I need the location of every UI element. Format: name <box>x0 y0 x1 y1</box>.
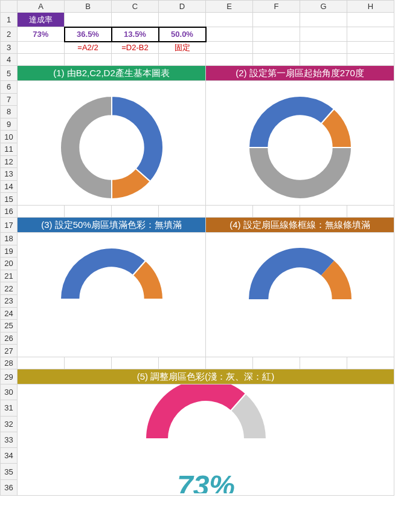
cell[interactable] <box>65 357 112 369</box>
cell-D2[interactable]: 50.0% <box>159 27 206 42</box>
cell[interactable] <box>300 13 347 27</box>
cell[interactable] <box>300 27 347 42</box>
cell[interactable] <box>347 13 394 27</box>
gauge-center-label: 73% <box>176 470 234 493</box>
row-header-8[interactable]: 8 <box>1 106 18 118</box>
cell[interactable] <box>112 357 159 369</box>
row-header-34[interactable]: 34 <box>1 448 18 464</box>
row-header-10[interactable]: 10 <box>1 131 18 143</box>
cell[interactable] <box>347 42 394 54</box>
cell[interactable] <box>300 42 347 54</box>
cell[interactable] <box>159 13 206 27</box>
row-header-21[interactable]: 21 <box>1 270 18 282</box>
row-header-31[interactable]: 31 <box>1 400 18 416</box>
step4-title: (4) 設定扇區線條框線：無線條填滿 <box>206 218 394 233</box>
col-header-B[interactable]: B <box>65 1 112 13</box>
row-header-3[interactable]: 3 <box>1 42 18 54</box>
step3-title: (3) 設定50%扇區填滿色彩：無填滿 <box>18 218 206 233</box>
col-header-E[interactable]: E <box>206 1 253 13</box>
col-header-C[interactable]: C <box>112 1 159 13</box>
row-header-23[interactable]: 23 <box>1 294 18 307</box>
cell[interactable] <box>347 206 394 218</box>
row-header-33[interactable]: 33 <box>1 432 18 447</box>
row-header-7[interactable]: 7 <box>1 93 18 106</box>
cell[interactable] <box>300 357 347 369</box>
cell[interactable] <box>347 357 394 369</box>
row-header-5[interactable]: 5 <box>1 66 18 81</box>
row-header-24[interactable]: 24 <box>1 307 18 320</box>
cell-C2[interactable]: 13.5% <box>112 27 159 42</box>
row-header-25[interactable]: 25 <box>1 320 18 332</box>
row-header-18[interactable]: 18 <box>1 233 18 245</box>
col-header-H[interactable]: H <box>347 1 394 13</box>
row-header-4[interactable]: 4 <box>1 54 18 66</box>
cell[interactable] <box>206 54 253 66</box>
row-header-20[interactable]: 20 <box>1 258 18 270</box>
cell[interactable] <box>206 13 253 27</box>
row-header-6[interactable]: 6 <box>1 81 18 94</box>
row-header-27[interactable]: 27 <box>1 345 18 357</box>
row-header-17[interactable]: 17 <box>1 218 18 233</box>
row-header-32[interactable]: 32 <box>1 416 18 432</box>
row-header-22[interactable]: 22 <box>1 282 18 295</box>
row-header-28[interactable]: 28 <box>1 357 18 369</box>
cell[interactable] <box>159 206 206 218</box>
row-header-29[interactable]: 29 <box>1 369 18 384</box>
row-header-35[interactable]: 35 <box>1 464 18 479</box>
cell[interactable] <box>253 357 300 369</box>
cell[interactable] <box>159 54 206 66</box>
cell[interactable] <box>253 42 300 54</box>
cell[interactable] <box>18 206 65 218</box>
cell[interactable] <box>65 13 112 27</box>
row-header-15[interactable]: 15 <box>1 193 18 206</box>
cell[interactable] <box>253 54 300 66</box>
row-header-11[interactable]: 11 <box>1 143 18 155</box>
cell[interactable] <box>253 206 300 218</box>
col-header-D[interactable]: D <box>159 1 206 13</box>
spreadsheet-grid[interactable]: ABCDEFGH 1達成率273%36.5%13.5%50.0%3=A2/2=D… <box>0 0 394 496</box>
cell[interactable] <box>300 206 347 218</box>
cell-A1[interactable]: 達成率 <box>18 13 65 27</box>
row-header-36[interactable]: 36 <box>1 479 18 495</box>
col-header-G[interactable]: G <box>300 1 347 13</box>
cell[interactable] <box>206 42 253 54</box>
row-header-2[interactable]: 2 <box>1 27 18 42</box>
cell[interactable] <box>65 54 112 66</box>
cell[interactable] <box>300 54 347 66</box>
chart1-area <box>18 81 206 206</box>
cell-B3[interactable]: =A2/2 <box>65 42 112 54</box>
row-header-1[interactable]: 1 <box>1 13 18 27</box>
cell-A3[interactable] <box>18 42 65 54</box>
row-header-16[interactable]: 16 <box>1 206 18 218</box>
cell[interactable] <box>112 13 159 27</box>
row-header-19[interactable]: 19 <box>1 245 18 258</box>
cell[interactable] <box>253 13 300 27</box>
row-header-9[interactable]: 9 <box>1 118 18 131</box>
col-header-F[interactable]: F <box>253 1 300 13</box>
cell[interactable] <box>253 27 300 42</box>
cell-A2[interactable]: 73% <box>18 27 65 42</box>
donut-segment-B2 <box>249 96 334 148</box>
cell-D3[interactable]: 固定 <box>159 42 206 54</box>
cell[interactable] <box>206 27 253 42</box>
cell[interactable] <box>159 357 206 369</box>
cell[interactable] <box>206 206 253 218</box>
cell-B2[interactable]: 36.5% <box>65 27 112 42</box>
cell[interactable] <box>65 206 112 218</box>
chart3-donut <box>21 242 202 357</box>
cell[interactable] <box>347 27 394 42</box>
col-header-A[interactable]: A <box>18 1 65 13</box>
cell[interactable] <box>18 54 65 66</box>
row-header-12[interactable]: 12 <box>1 155 18 168</box>
cell-C3[interactable]: =D2-B2 <box>112 42 159 54</box>
corner-cell[interactable] <box>1 1 18 13</box>
cell[interactable] <box>18 357 65 369</box>
row-header-14[interactable]: 14 <box>1 180 18 193</box>
cell[interactable] <box>347 54 394 66</box>
row-header-13[interactable]: 13 <box>1 168 18 181</box>
cell[interactable] <box>112 206 159 218</box>
cell[interactable] <box>112 54 159 66</box>
row-header-26[interactable]: 26 <box>1 332 18 345</box>
cell[interactable] <box>206 357 253 369</box>
row-header-30[interactable]: 30 <box>1 384 18 400</box>
